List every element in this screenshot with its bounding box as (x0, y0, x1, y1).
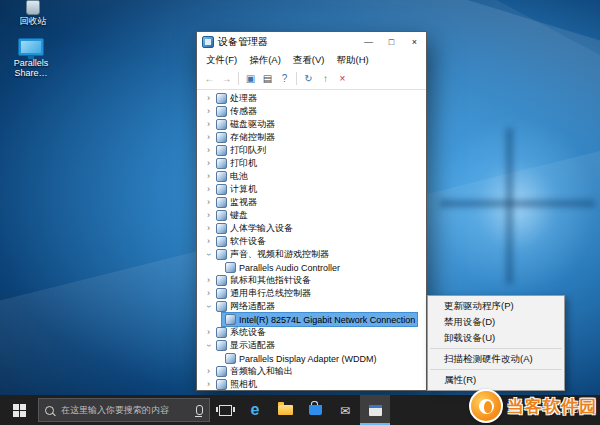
tree-item-parallels-display-adapter[interactable]: Parallels Display Adapter (WDDM) (197, 352, 426, 365)
store-bag-icon (309, 405, 322, 415)
toolbar-separator (238, 72, 239, 85)
edge-icon: e (251, 402, 260, 418)
tree-item-mice-pointing-devices[interactable]: 鼠标和其他指针设备 (197, 274, 426, 287)
tree-item-keyboards[interactable]: 键盘 (197, 209, 426, 222)
chevron-right-icon[interactable] (204, 118, 213, 131)
tree-item-print-queues[interactable]: 打印队列 (197, 144, 426, 157)
chevron-right-icon[interactable] (204, 105, 213, 118)
chevron-expanded-icon[interactable] (204, 300, 213, 313)
system-device-icon (216, 327, 227, 338)
tree-item-system-devices[interactable]: 系统设备 (197, 326, 426, 339)
chevron-right-icon[interactable] (204, 144, 213, 157)
tree-item-processors[interactable]: 处理器 (197, 92, 426, 105)
desktop-icon-label: Parallels Share… (0, 58, 62, 78)
context-menu-item-update-driver[interactable]: 更新驱动程序(P) (428, 298, 564, 314)
tree-item-software-devices[interactable]: 软件设备 (197, 235, 426, 248)
task-view-button[interactable] (210, 395, 240, 425)
chevron-right-icon[interactable] (204, 170, 213, 183)
speaker-icon (216, 249, 227, 260)
storage-controller-icon (216, 132, 227, 143)
tree-item-network-adapters[interactable]: 网络适配器 (197, 300, 426, 313)
tree-item-storage-controllers[interactable]: 存储控制器 (197, 131, 426, 144)
mouse-icon (216, 275, 227, 286)
menu-help[interactable]: 帮助(H) (330, 54, 374, 67)
microphone-icon[interactable] (196, 405, 203, 415)
close-button[interactable]: × (403, 32, 426, 52)
chevron-right-icon[interactable] (204, 183, 213, 196)
chevron-right-icon[interactable] (204, 235, 213, 248)
taskbar-icon-device-manager-active[interactable] (360, 395, 390, 425)
tree-item-cameras[interactable]: 照相机 (197, 378, 426, 390)
forward-icon[interactable]: → (218, 70, 235, 87)
software-device-icon (216, 236, 227, 247)
parallels-share-icon (18, 38, 44, 56)
tree-item-sensors[interactable]: 传感器 (197, 105, 426, 118)
update-driver-icon[interactable]: ↑ (317, 70, 334, 87)
keyboard-icon (216, 210, 227, 221)
maximize-button[interactable]: □ (380, 32, 403, 52)
menu-file[interactable]: 文件(F) (200, 54, 243, 67)
taskbar-icon-file-explorer[interactable] (270, 395, 300, 425)
recycle-bin-icon (26, 0, 40, 15)
tree-item-computer[interactable]: 计算机 (197, 183, 426, 196)
taskbar-icon-mail[interactable] (330, 395, 360, 425)
tree-item-hid-devices[interactable]: 人体学输入设备 (197, 222, 426, 235)
chevron-right-icon[interactable] (204, 222, 213, 235)
uninstall-device-icon[interactable]: × (334, 70, 351, 87)
mail-icon (340, 401, 350, 419)
tree-item-sound-video-game-controllers[interactable]: 声音、视频和游戏控制器 (197, 248, 426, 261)
context-menu-item-properties[interactable]: 属性(R) (428, 372, 564, 388)
desktop-icon-parallels-share[interactable]: Parallels Share… (0, 38, 62, 78)
watermark: 当客软件园 (469, 389, 597, 423)
device-tree: 处理器 传感器 磁盘驱动器 存储控制器 打印队列 打印机 电池 计算机 (197, 90, 426, 390)
chevron-right-icon[interactable] (204, 274, 213, 287)
tree-item-parallels-audio-controller[interactable]: Parallels Audio Controller (197, 261, 426, 274)
context-menu-item-disable-device[interactable]: 禁用设备(D) (428, 314, 564, 330)
help-icon[interactable]: ? (276, 70, 293, 87)
tree-item-printers[interactable]: 打印机 (197, 157, 426, 170)
menu-action[interactable]: 操作(A) (243, 54, 287, 67)
chevron-right-icon[interactable] (204, 287, 213, 300)
taskbar-icon-edge[interactable]: e (240, 395, 270, 425)
tree-item-usb-controllers[interactable]: 通用串行总线控制器 (197, 287, 426, 300)
chevron-right-icon[interactable] (204, 365, 213, 378)
search-input[interactable] (59, 404, 191, 416)
tree-item-monitors[interactable]: 监视器 (197, 196, 426, 209)
context-menu-item-scan-hardware-changes[interactable]: 扫描检测硬件改动(A) (428, 351, 564, 367)
menu-view[interactable]: 查看(V) (287, 54, 331, 67)
chevron-right-icon[interactable] (204, 92, 213, 105)
wallpaper-window-pane-line (440, 200, 595, 207)
battery-icon (216, 171, 227, 182)
chevron-right-icon[interactable] (204, 157, 213, 170)
tree-item-batteries[interactable]: 电池 (197, 170, 426, 183)
chevron-expanded-icon[interactable] (204, 248, 213, 261)
window-title: 设备管理器 (218, 35, 357, 49)
chevron-right-icon[interactable] (204, 326, 213, 339)
scan-hardware-changes-icon[interactable]: ↻ (300, 70, 317, 87)
properties-icon[interactable]: ▤ (259, 70, 276, 87)
display-adapter-icon (216, 340, 227, 351)
chevron-right-icon[interactable] (204, 196, 213, 209)
tree-item-display-adapters[interactable]: 显示适配器 (197, 339, 426, 352)
chevron-right-icon[interactable] (204, 378, 213, 390)
start-button[interactable] (0, 395, 38, 425)
chevron-expanded-icon[interactable] (204, 339, 213, 352)
taskbar-icon-store[interactable] (300, 395, 330, 425)
context-menu-item-uninstall-device[interactable]: 卸载设备(U) (428, 330, 564, 346)
usb-icon (216, 288, 227, 299)
context-menu-separator (430, 369, 562, 370)
tree-item-disk-drives[interactable]: 磁盘驱动器 (197, 118, 426, 131)
back-icon[interactable]: ← (201, 70, 218, 87)
title-bar[interactable]: 设备管理器 — □ × (197, 32, 426, 52)
toolbar-separator (296, 72, 297, 85)
desktop-icon-recycle-bin[interactable]: 回收站 (2, 0, 64, 26)
minimize-button[interactable]: — (357, 32, 380, 52)
chevron-right-icon[interactable] (204, 209, 213, 222)
show-console-tree-icon[interactable]: ▣ (242, 70, 259, 87)
network-adapter-icon (216, 301, 227, 312)
chevron-right-icon[interactable] (204, 131, 213, 144)
taskbar-search-box[interactable] (38, 398, 210, 422)
sensor-icon (216, 106, 227, 117)
tree-item-intel-82574l-network-connection[interactable]: Intel(R) 82574L Gigabit Network Connecti… (197, 313, 426, 326)
tree-item-audio-inputs-outputs[interactable]: 音频输入和输出 (197, 365, 426, 378)
